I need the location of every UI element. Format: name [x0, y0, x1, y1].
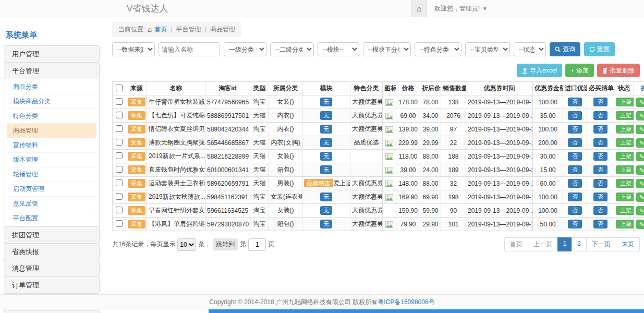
- status-toggle[interactable]: 上架: [616, 206, 634, 215]
- query-button[interactable]: 查询: [550, 42, 580, 56]
- import-select-toggle[interactable]: 否: [568, 111, 582, 120]
- row-checkbox[interactable]: [116, 179, 123, 186]
- sidebar-item[interactable]: 意见反馈: [7, 197, 96, 211]
- row-checkbox[interactable]: [116, 125, 123, 132]
- must-buy-toggle[interactable]: 否: [593, 98, 607, 106]
- level1-category-select[interactable]: 一级分类: [224, 42, 266, 56]
- must-buy-toggle[interactable]: 否: [593, 220, 607, 228]
- must-buy-toggle[interactable]: 否: [593, 206, 607, 215]
- must-buy-toggle[interactable]: 否: [593, 179, 607, 188]
- import-select-toggle[interactable]: 否: [568, 138, 582, 147]
- sidebar-group-1[interactable]: 用户管理: [4, 45, 100, 63]
- data-source-select[interactable]: --数据来源--: [112, 42, 155, 56]
- sidebar-item[interactable]: 商品分类: [7, 80, 96, 94]
- home-icon[interactable]: ⌂: [411, 0, 427, 17]
- row-checkbox[interactable]: [116, 193, 123, 200]
- status-select[interactable]: --状态--: [514, 42, 546, 56]
- page-size-select[interactable]: 10: [177, 238, 196, 251]
- sidebar-item[interactable]: 启动页管理: [7, 182, 96, 197]
- status-toggle[interactable]: 上架: [616, 98, 634, 106]
- edit-button[interactable]: ✎: [636, 125, 644, 134]
- feature-category-cell: 大额优惠券: [350, 204, 383, 218]
- level2-category-select[interactable]: --二级分类--: [270, 42, 314, 56]
- user-menu[interactable]: 欢迎您，管理员! ▼: [427, 0, 488, 17]
- edit-button[interactable]: ✎: [636, 206, 644, 215]
- module-select[interactable]: --模块--: [318, 42, 359, 56]
- sidebar-item[interactable]: 宣传物料: [7, 138, 96, 153]
- jump-to-button[interactable]: 跳转到: [213, 238, 238, 250]
- pager-button-下一页[interactable]: 下一页: [586, 237, 616, 251]
- sidebar-group-6[interactable]: 订单管理: [4, 276, 100, 294]
- pager-button-上一页[interactable]: 上一页: [528, 237, 558, 251]
- sidebar-group-5[interactable]: 消息管理: [4, 260, 100, 277]
- breadcrumb-item-platform: 平台管理: [176, 25, 201, 34]
- pager-button-首页[interactable]: 首页: [504, 237, 528, 251]
- breadcrumb-home-link[interactable]: 首页: [154, 25, 167, 34]
- batch-delete-button[interactable]: 批量删除: [597, 64, 640, 77]
- status-toggle[interactable]: 上架: [616, 111, 634, 120]
- name-search-input[interactable]: [159, 42, 220, 56]
- must-buy-toggle[interactable]: 否: [593, 111, 607, 120]
- edit-button[interactable]: ✎: [636, 138, 644, 148]
- sidebar-item[interactable]: 轮播管理: [7, 167, 96, 182]
- status-toggle[interactable]: 上架: [616, 125, 634, 134]
- pager-button-2[interactable]: 2: [572, 237, 587, 251]
- must-buy-toggle[interactable]: 否: [593, 165, 607, 174]
- sidebar-item-active[interactable]: 商品管理: [7, 124, 96, 138]
- edit-button[interactable]: ✎: [636, 220, 644, 229]
- import-select-toggle[interactable]: 否: [568, 179, 582, 188]
- select-all-checkbox[interactable]: [116, 85, 123, 91]
- reset-button[interactable]: 重置: [584, 42, 615, 56]
- edit-button[interactable]: ✎: [636, 152, 644, 161]
- sidebar-item[interactable]: 版本管理: [7, 153, 96, 167]
- import-select-toggle[interactable]: 否: [568, 125, 582, 134]
- product-image-icon: [385, 113, 393, 119]
- import-select-toggle[interactable]: 否: [568, 98, 582, 106]
- row-checkbox[interactable]: [116, 166, 123, 173]
- sidebar-item[interactable]: 模块商品分类: [7, 94, 96, 109]
- sidebar-group-4[interactable]: 省惠快报: [4, 243, 100, 260]
- edit-button[interactable]: ✎: [636, 111, 644, 121]
- must-buy-toggle[interactable]: 否: [593, 125, 607, 134]
- icp-link[interactable]: 粤ICP备16098006号: [378, 298, 434, 307]
- sidebar-item[interactable]: 特色分类: [7, 109, 96, 124]
- sidebar-item[interactable]: 平台配置: [7, 211, 96, 225]
- row-checkbox[interactable]: [116, 152, 123, 159]
- import-select-toggle[interactable]: 否: [568, 165, 582, 174]
- import-select-toggle[interactable]: 否: [568, 206, 582, 215]
- feature-category-select[interactable]: --特色分类--: [415, 42, 461, 56]
- status-toggle[interactable]: 上架: [616, 138, 634, 147]
- must-buy-toggle[interactable]: 否: [593, 192, 607, 201]
- status-toggle[interactable]: 上架: [616, 220, 634, 228]
- module-subcategory-select[interactable]: --模块下分类--: [363, 42, 411, 56]
- edit-button[interactable]: ✎: [636, 179, 644, 188]
- page-number-input[interactable]: [248, 238, 266, 251]
- add-button[interactable]: + 添加: [565, 64, 594, 77]
- pager-button-末页[interactable]: 末页: [616, 237, 640, 251]
- row-checkbox[interactable]: [116, 220, 123, 227]
- row-checkbox[interactable]: [116, 98, 123, 105]
- must-buy-toggle[interactable]: 否: [593, 152, 607, 161]
- status-toggle[interactable]: 上架: [616, 192, 634, 201]
- must-buy-toggle[interactable]: 否: [593, 138, 607, 147]
- sidebar-group-3[interactable]: 拼团管理: [4, 226, 100, 244]
- row-checkbox[interactable]: [116, 112, 123, 118]
- item-type-select[interactable]: --宝贝类型--: [465, 42, 510, 56]
- import-select-toggle[interactable]: 否: [568, 152, 582, 161]
- row-checkbox[interactable]: [116, 139, 123, 146]
- feature-category-cell: 大额优惠券: [350, 95, 383, 109]
- sidebar-group-2[interactable]: 平台管理: [4, 62, 100, 79]
- import-excel-button[interactable]: 导入excel: [517, 64, 562, 77]
- pager-button-1[interactable]: 1: [557, 237, 573, 251]
- edit-button[interactable]: ✎: [636, 98, 644, 107]
- edit-button[interactable]: ✎: [636, 165, 644, 175]
- import-select-toggle[interactable]: 否: [568, 192, 582, 201]
- row-checkbox[interactable]: [116, 207, 123, 213]
- edit-button[interactable]: ✎: [636, 192, 644, 202]
- import-select-toggle[interactable]: 否: [568, 220, 582, 228]
- status-toggle[interactable]: 上架: [616, 179, 634, 188]
- status-toggle[interactable]: 上架: [616, 165, 634, 174]
- sidebar-group-8[interactable]: 统计管理: [4, 310, 100, 313]
- must-buy-cell: 否: [587, 136, 614, 150]
- status-toggle[interactable]: 上架: [616, 152, 634, 161]
